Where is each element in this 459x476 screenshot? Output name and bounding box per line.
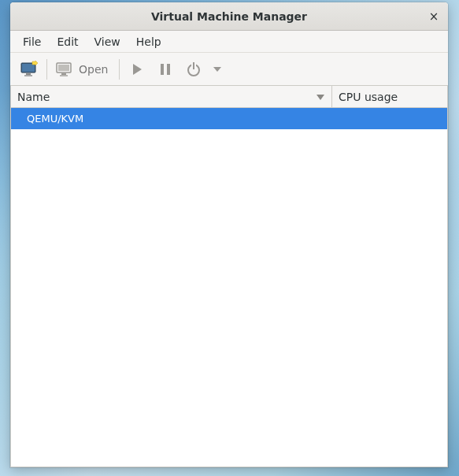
menu-view[interactable]: View	[87, 33, 128, 50]
open-label: Open	[79, 63, 108, 76]
vm-list[interactable]: QEMU/KVM	[11, 108, 447, 467]
connection-label: QEMU/KVM	[27, 113, 83, 125]
window-title: Virtual Machine Manager	[151, 10, 307, 23]
svg-rect-3	[24, 75, 32, 76]
svg-marker-9	[133, 64, 142, 75]
new-vm-button[interactable]	[15, 56, 43, 83]
toolbar: Open	[10, 53, 448, 86]
monitor-icon	[55, 61, 74, 77]
monitor-new-icon	[20, 61, 39, 78]
vm-list-pane: Name CPU usage QEMU/KVM	[10, 86, 448, 467]
shutdown-button[interactable]	[180, 56, 208, 83]
toolbar-separator	[119, 59, 120, 80]
svg-rect-10	[161, 64, 164, 75]
svg-rect-2	[26, 73, 31, 75]
column-header-name[interactable]: Name	[11, 86, 332, 107]
column-headers: Name CPU usage	[11, 86, 447, 108]
menu-file[interactable]: File	[15, 33, 49, 50]
virt-manager-window: Virtual Machine Manager × File Edit View…	[10, 2, 448, 467]
menubar: File Edit View Help	[10, 31, 448, 53]
column-header-cpu[interactable]: CPU usage	[332, 86, 447, 107]
titlebar[interactable]: Virtual Machine Manager ×	[10, 2, 448, 31]
shutdown-menu-button[interactable]	[208, 56, 227, 83]
column-name-label: Name	[17, 91, 50, 103]
run-button[interactable]	[123, 56, 151, 83]
svg-rect-1	[22, 64, 35, 72]
svg-rect-8	[60, 75, 68, 76]
svg-marker-16	[213, 67, 221, 72]
menu-help[interactable]: Help	[128, 33, 169, 50]
power-icon	[186, 61, 202, 77]
svg-rect-6	[58, 65, 69, 71]
svg-rect-11	[167, 64, 170, 75]
svg-rect-15	[193, 62, 194, 69]
open-vm-button[interactable]: Open	[50, 56, 116, 83]
svg-rect-7	[61, 73, 66, 75]
pause-button[interactable]	[151, 56, 180, 83]
play-icon	[130, 62, 144, 76]
close-icon: ×	[429, 9, 439, 24]
chevron-down-icon	[213, 65, 222, 74]
column-cpu-label: CPU usage	[339, 91, 398, 103]
toolbar-separator	[46, 59, 47, 80]
pause-icon	[158, 62, 172, 76]
connection-row[interactable]: QEMU/KVM	[11, 108, 447, 129]
close-button[interactable]: ×	[424, 7, 443, 26]
sort-indicator-icon	[316, 93, 325, 101]
svg-marker-4	[32, 61, 38, 65]
menu-edit[interactable]: Edit	[49, 33, 86, 50]
svg-marker-17	[316, 95, 324, 100]
